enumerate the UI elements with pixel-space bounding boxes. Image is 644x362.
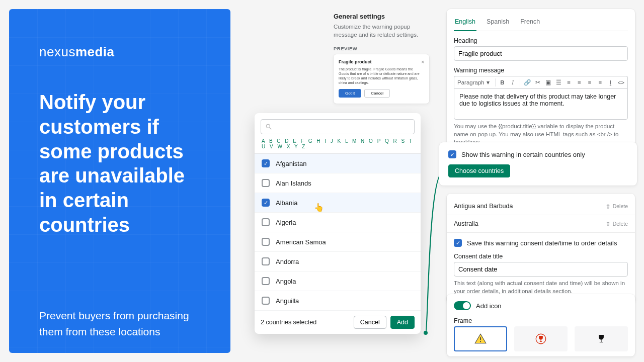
warning-editor: English Spanish French Heading Warning m…: [447, 9, 635, 150]
country-search-input[interactable]: [261, 119, 415, 134]
consent-title-label: Consent date title: [454, 253, 628, 260]
svg-point-0: [266, 124, 270, 128]
country-checkbox[interactable]: [262, 159, 270, 167]
save-consent-label: Save this warning consent date/time to o…: [467, 239, 617, 247]
preview-box: Fragile product × The product is fragile…: [334, 54, 429, 104]
svg-point-3: [480, 341, 481, 342]
language-tabs: English Spanish French: [454, 14, 628, 31]
preview-secondary-button[interactable]: Cancel: [364, 89, 390, 98]
choose-countries-button[interactable]: Choose countries: [448, 164, 510, 177]
brand-bold: media: [75, 44, 115, 59]
number-list-icon[interactable]: ≡: [566, 79, 573, 85]
selected-country-row: Antigua and BarbudaDelete: [447, 194, 635, 215]
align-center-icon[interactable]: ≡: [586, 79, 593, 85]
brand-light: nexus: [39, 44, 75, 59]
country-list: AfganistanAlan IslandsAlbaniaAlgeriaAmer…: [255, 153, 421, 311]
save-consent-checkbox[interactable]: [454, 239, 462, 247]
link-icon[interactable]: 🔗: [524, 79, 531, 86]
image-icon[interactable]: ▣: [545, 79, 552, 86]
preview-label: PREVIEW: [334, 46, 429, 51]
delete-country-button[interactable]: Delete: [605, 221, 628, 227]
align-left-icon[interactable]: ≡: [576, 79, 583, 85]
country-checkbox[interactable]: [262, 199, 270, 207]
brand-logo: nexusmedia: [39, 44, 200, 60]
clear-format-icon[interactable]: I: [607, 79, 614, 85]
promo-headline: Notify your customers if some products a…: [39, 90, 200, 237]
search-icon: [265, 123, 272, 130]
country-option[interactable]: Andorra: [255, 252, 421, 272]
country-label: Alan Islands: [276, 179, 311, 187]
rte-toolbar: Paragraph▾ B I 🔗 ✂ ▣ ☰ ≡ ≡ ≡ ≡ I <>: [454, 76, 628, 88]
bold-icon[interactable]: B: [499, 79, 506, 85]
align-right-icon[interactable]: ≡: [597, 79, 604, 85]
general-settings: General settings Customize the warning p…: [334, 13, 429, 104]
selected-country-name: Antigua and Barbuda: [454, 203, 513, 210]
message-label: Warning message: [454, 67, 628, 74]
country-option[interactable]: Alan Islands: [255, 173, 421, 193]
country-checkbox[interactable]: [262, 277, 270, 285]
close-icon[interactable]: ×: [421, 59, 424, 65]
preview-body: The product is fragile. Fragile Goods me…: [339, 67, 424, 85]
code-icon[interactable]: <>: [617, 79, 624, 85]
trash-icon: [605, 204, 611, 209]
consent-hint: This text (along with actual consent dat…: [454, 280, 628, 295]
tab-spanish[interactable]: Spanish: [486, 14, 510, 31]
trash-icon: [605, 221, 611, 227]
connector-line: [421, 161, 446, 335]
frame-option-fragile-red[interactable]: [514, 326, 568, 351]
country-picker-modal: A B C D E F G H I J K L M N O P Q R S T …: [255, 113, 421, 334]
add-icon-label: Add icon: [476, 302, 502, 310]
country-option[interactable]: Afganistan: [255, 154, 421, 173]
tab-french[interactable]: French: [519, 14, 541, 31]
add-icon-card: Add icon Frame: [447, 294, 635, 356]
unlink-icon[interactable]: ✂: [534, 79, 541, 86]
preview-primary-button[interactable]: Got it: [339, 89, 361, 98]
country-option[interactable]: Albania: [255, 193, 421, 213]
general-title: General settings: [334, 13, 429, 20]
alphabet-index[interactable]: A B C D E F G H I J K L M N O P Q R S T …: [255, 137, 421, 153]
country-checkbox[interactable]: [262, 257, 270, 265]
preview-title: Fragile product: [339, 59, 372, 65]
country-option[interactable]: Algeria: [255, 213, 421, 232]
selected-country-row: AustraliaDelete: [447, 215, 635, 233]
add-button[interactable]: Add: [390, 316, 415, 329]
country-label: American Samoa: [276, 238, 326, 246]
frame-option-warning[interactable]: [454, 326, 507, 351]
selected-countries-card: Antigua and BarbudaDeleteAustraliaDelete…: [447, 194, 635, 303]
selection-count: 2 countries selected: [261, 319, 316, 326]
country-label: Afganistan: [276, 160, 306, 167]
country-label: Angola: [276, 278, 296, 285]
country-option[interactable]: American Samoa: [255, 232, 421, 252]
show-in-countries-label: Show this warning in certain countries o…: [461, 151, 585, 158]
country-checkbox[interactable]: [262, 238, 270, 246]
country-label: Algeria: [276, 219, 296, 226]
country-checkbox[interactable]: [262, 297, 270, 305]
frame-option-fragile-black[interactable]: [575, 326, 628, 351]
heading-label: Heading: [454, 37, 628, 44]
heading-input[interactable]: [454, 46, 628, 61]
consent-title-input[interactable]: [454, 262, 628, 277]
warning-triangle-icon: [474, 332, 487, 345]
fragile-circle-icon: [534, 332, 547, 345]
country-label: Anguilla: [276, 297, 299, 305]
country-label: Albania: [276, 199, 297, 207]
country-checkbox[interactable]: [262, 179, 270, 187]
italic-icon[interactable]: I: [509, 79, 516, 85]
country-option[interactable]: Anguilla: [255, 291, 421, 311]
delete-country-button[interactable]: Delete: [605, 203, 628, 209]
choose-countries-card: Show this warning in certain countries o…: [439, 142, 637, 186]
paragraph-dropdown[interactable]: Paragraph▾: [457, 79, 492, 86]
tab-english[interactable]: English: [454, 14, 476, 31]
svg-line-1: [270, 128, 272, 130]
promo-subtext: Prevent buyers from purchasing them from…: [39, 308, 190, 340]
message-input[interactable]: Please note that delivery of this produc…: [454, 88, 628, 120]
general-desc: Customize the warning popup message and …: [334, 23, 429, 39]
add-icon-toggle[interactable]: [454, 301, 471, 310]
country-option[interactable]: Angola: [255, 272, 421, 291]
country-checkbox[interactable]: [262, 218, 270, 226]
fragile-glass-icon: [595, 332, 608, 345]
cancel-button[interactable]: Cancel: [354, 316, 386, 329]
bullet-list-icon[interactable]: ☰: [555, 79, 562, 86]
show-in-countries-checkbox[interactable]: [448, 150, 456, 158]
frame-label: Frame: [454, 317, 628, 324]
